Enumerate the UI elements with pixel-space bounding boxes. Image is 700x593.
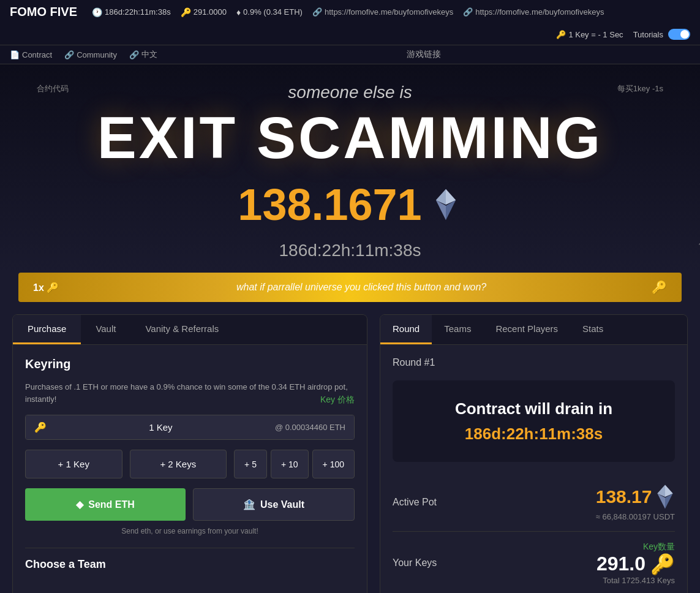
add-1-key-button[interactable]: + 1 Key [25, 450, 122, 478]
drain-text: Contract will drain in [405, 399, 663, 420]
tab-recent-players[interactable]: Recent Players [483, 315, 570, 344]
clock-icon: 🕐 [92, 7, 102, 17]
main-content: Purchase Vault Vanity & Referrals Keyrin… [0, 314, 700, 593]
key-count-label: Key数量 [597, 542, 675, 553]
drain-timer: 186d:22h:11m:38s [405, 425, 663, 444]
key-btn-row: + 1 Key + 2 Keys + 5 + 10 + 100 [25, 450, 355, 478]
topbar: FOMO FIVE 🕐 186d:22h:11m:38s 🔑 291.0000 … [0, 0, 700, 45]
active-pot-row: Active Pot 138.17 ≈ 66,848.00197 USDT [393, 474, 675, 532]
round-title: Round #1 [393, 357, 675, 368]
add-2-keys-button[interactable]: + 2 Keys [130, 450, 227, 478]
keys-value: 291.0000 [194, 7, 227, 17]
active-pot-right: 138.17 ≈ 66,848.00197 USDT [596, 484, 675, 521]
key-per-sec-label: 1 Key = - 1 Sec [568, 30, 623, 39]
link-icon: 🔗 [312, 7, 322, 17]
total-keys: Total 1725.413 Keys [597, 576, 675, 585]
eth-diamond-icon [429, 188, 462, 221]
zh-label: 中文 [141, 49, 157, 60]
community-label: Community [77, 50, 117, 59]
yellow-banner[interactable]: 1x 🔑 what if parrallel universe you clic… [18, 273, 682, 302]
left-panel: Purchase Vault Vanity & Referrals Keyrin… [12, 314, 367, 593]
eth-icon-pot [657, 484, 674, 510]
section-title: Keyring [25, 357, 355, 371]
banner-key: 1x 🔑 [33, 282, 59, 293]
vault-icon: 🏦 [243, 499, 255, 510]
tab-vanity-referrals[interactable]: Vanity & Referrals [130, 315, 233, 344]
banner-text: what if parrallel universe you clicked t… [71, 282, 652, 293]
use-vault-button[interactable]: 🏦 Use Vault [193, 488, 355, 521]
tab-teams[interactable]: Teams [432, 315, 483, 344]
banner-icon: 🔑 [652, 280, 667, 295]
tab-round[interactable]: Round [380, 315, 432, 344]
tab-purchase[interactable]: Purchase [13, 315, 81, 344]
divider [25, 548, 355, 548]
key-prefix-icon: 🔑 [26, 415, 55, 439]
send-eth-button[interactable]: ◆ Send ETH [25, 488, 186, 521]
price-display: @ 0.00034460 ETH [266, 415, 354, 439]
right-panel: Round Teams Recent Players Stats Round #… [380, 314, 688, 593]
contract-link[interactable]: 📄 Contract [10, 50, 52, 59]
contract-icon: 📄 [10, 50, 20, 59]
eth-chance-item: ♦ 0.9% (0.34 ETH) [236, 7, 303, 17]
active-pot-label: Active Pot [393, 497, 437, 508]
send-hint: Send eth, or use earnings from your vaul… [25, 527, 355, 535]
key-icon: 🔑 [181, 7, 191, 17]
contract-code-label: 合约代码 [37, 83, 69, 94]
link1[interactable]: https://fomofive.me/buyfomofivekeys [325, 7, 453, 17]
action-btn-row: ◆ Send ETH 🏦 Use Vault [25, 488, 355, 521]
link2-item[interactable]: 🔗 https://fomofive.me/buyfomofivekeys [463, 7, 604, 17]
toggle-switch[interactable] [668, 29, 690, 40]
key-quantity-input[interactable] [55, 415, 266, 439]
key-icon-right: 🔑 [650, 553, 675, 576]
your-keys-label: Your Keys [393, 557, 437, 568]
add-100-keys-button[interactable]: + 100 [312, 450, 355, 478]
active-pot-value: 138.17 [596, 484, 675, 510]
tutorials-label: Tutorials [633, 30, 663, 39]
buy-label: 每买1key -1s [617, 83, 663, 94]
round-content: Round #1 Contract will drain in 186d:22h… [380, 345, 687, 593]
your-keys-row: Your Keys Key数量 291.0 🔑 Total 1725.413 K… [393, 532, 675, 593]
timer-item: 🕐 186d:22h:11m:38s [92, 7, 171, 17]
eth-chance-value: 0.9% (0.34 ETH) [243, 7, 303, 17]
diamond-icon: ♦ [236, 7, 241, 17]
keys-item: 🔑 291.0000 [181, 7, 227, 17]
hero-section: 合约代码 每买1key -1s someone else is EXIT SCA… [0, 64, 700, 273]
hero-main-text: EXIT SCAMMING [12, 108, 688, 167]
eth-icon: ◆ [76, 499, 83, 510]
tab-stats[interactable]: Stats [570, 315, 615, 344]
add-10-keys-button[interactable]: + 10 [271, 450, 309, 478]
purchase-panel: Keyring Purchases of .1 ETH or more have… [13, 345, 367, 583]
timer-value: 186d:22h:11m:38s [105, 7, 171, 17]
your-keys-right: Key数量 291.0 🔑 Total 1725.413 Keys [597, 542, 675, 585]
zh-icon: 🔗 [129, 50, 139, 59]
your-keys-left: Your Keys [393, 557, 437, 568]
add-5-keys-button[interactable]: + 5 [234, 450, 267, 478]
active-pot-usdt: ≈ 66,848.00197 USDT [596, 512, 675, 521]
section-desc: Purchases of .1 ETH or more have a 0.9% … [25, 381, 355, 405]
community-icon: 🔗 [64, 50, 74, 59]
navlinks: 📄 Contract 🔗 Community 🔗 中文 游戏链接 [0, 45, 700, 64]
left-tabs: Purchase Vault Vanity & Referrals [13, 315, 367, 345]
key-icon-2: 🔑 [556, 30, 566, 39]
brand-name: FOMO FIVE [10, 5, 77, 19]
zh-link[interactable]: 🔗 中文 [129, 49, 157, 60]
tutorials-toggle[interactable]: Tutorials [633, 29, 690, 40]
contract-label: Contract [22, 50, 52, 59]
community-link[interactable]: 🔗 Community [64, 50, 117, 59]
link2-icon: 🔗 [463, 7, 473, 17]
tab-vault[interactable]: Vault [81, 315, 130, 344]
hero-timer: 186d:22h:11m:38s [279, 241, 421, 260]
add-bulk-group: + 5 + 10 + 100 [234, 450, 355, 478]
key-input-group: 🔑 @ 0.00034460 ETH [25, 415, 355, 440]
link1-item[interactable]: 🔗 https://fomofive.me/buyfomofivekeys [312, 7, 453, 17]
topbar-right: 🔑 1 Key = - 1 Sec Tutorials [556, 29, 690, 40]
hero-amount: 138.1671 [238, 179, 462, 230]
your-keys-value: 291.0 🔑 [597, 553, 675, 576]
key-per-sec: 🔑 1 Key = - 1 Sec [556, 30, 623, 39]
hero-sub-text: someone else is [12, 83, 688, 102]
drain-message: Contract will drain in 186d:22h:11m:38s [393, 380, 675, 462]
link2[interactable]: https://fomofive.me/buyfomofivekeys [475, 7, 604, 17]
choose-team-title: Choose a Team [25, 558, 355, 571]
game-link-center: 游戏链接 [170, 49, 678, 60]
game-link-label: 游戏链接 [407, 49, 441, 59]
